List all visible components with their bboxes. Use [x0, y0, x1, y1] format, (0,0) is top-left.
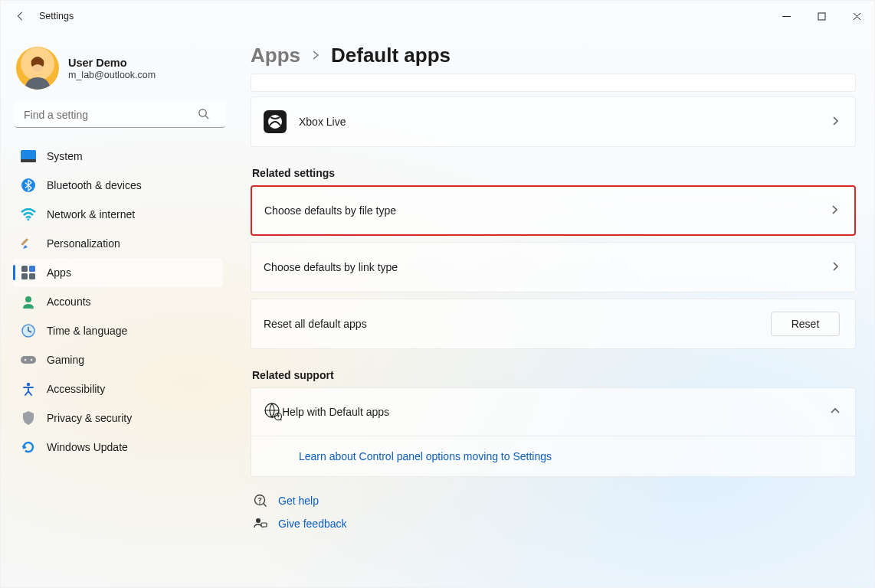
svg-rect-0: [818, 13, 825, 20]
update-icon: [21, 439, 36, 455]
svg-point-12: [25, 296, 31, 302]
nav-personalization[interactable]: Personalization: [13, 229, 223, 258]
svg-rect-24: [261, 523, 267, 527]
nav-windows-update[interactable]: Windows Update: [13, 433, 223, 462]
back-button[interactable]: [15, 10, 27, 22]
app-item-label: Xbox Live: [299, 116, 831, 128]
nav-list: System Bluetooth & devices Network & int…: [13, 142, 223, 462]
nav-label: Network & internet: [47, 208, 135, 220]
nav-label: Accessibility: [47, 383, 105, 395]
user-name: User Demo: [68, 57, 156, 69]
nav-label: Personalization: [47, 237, 120, 250]
nav-label: Bluetooth & devices: [47, 179, 142, 191]
chevron-right-icon: [831, 261, 840, 273]
help-icon: [254, 494, 267, 508]
svg-rect-3: [21, 150, 36, 161]
brush-icon: [21, 236, 36, 251]
system-icon: [21, 149, 36, 164]
user-block[interactable]: User Demo m_lab@outlook.com: [13, 41, 223, 99]
feedback-icon: [254, 517, 267, 531]
choose-defaults-by-link-type[interactable]: Choose defaults by link type: [251, 242, 856, 292]
nav-accessibility[interactable]: Accessibility: [13, 374, 223, 403]
chevron-up-icon: [831, 406, 840, 418]
apps-icon: [21, 265, 36, 280]
help-card: Help with Default apps Learn about Contr…: [251, 387, 856, 477]
nav-label: Windows Update: [47, 441, 128, 453]
xbox-icon: [264, 110, 287, 133]
title-bar: Settings: [1, 1, 874, 31]
content-pane: Apps Default apps Xbox Live Related sett…: [231, 31, 874, 587]
person-icon: [21, 294, 36, 309]
sidebar: User Demo m_lab@outlook.com System Bluet…: [1, 31, 231, 587]
nav-label: Privacy & security: [47, 412, 132, 424]
help-title: Help with Default apps: [282, 406, 831, 418]
nav-time-language[interactable]: Time & language: [13, 316, 223, 345]
nav-network[interactable]: Network & internet: [13, 200, 223, 229]
svg-rect-11: [29, 273, 35, 279]
svg-rect-7: [21, 238, 28, 246]
nav-system[interactable]: System: [13, 142, 223, 171]
svg-point-6: [28, 219, 30, 220]
bluetooth-icon: [21, 178, 36, 193]
wifi-icon: [21, 207, 36, 222]
footer-links: Get help Give feedback: [251, 494, 856, 531]
app-list-prev-item[interactable]: [251, 74, 856, 92]
breadcrumb-parent[interactable]: Apps: [251, 44, 300, 67]
avatar: [16, 47, 59, 90]
choose-defaults-by-file-type[interactable]: Choose defaults by file type: [251, 185, 856, 236]
globe-icon: [264, 402, 282, 423]
chevron-right-icon: [831, 116, 840, 128]
nav-label: System: [47, 150, 83, 162]
nav-label: Time & language: [47, 325, 127, 337]
svg-point-16: [31, 359, 32, 361]
give-feedback-label: Give feedback: [278, 518, 347, 530]
clock-icon: [21, 323, 36, 338]
card-label: Reset all default apps: [264, 318, 771, 330]
chevron-right-icon: [311, 50, 320, 62]
accessibility-icon: [21, 381, 36, 397]
search-input[interactable]: [15, 102, 225, 128]
svg-point-22: [259, 502, 261, 504]
get-help-label: Get help: [278, 495, 319, 507]
search-field[interactable]: [15, 102, 220, 128]
svg-point-17: [27, 383, 30, 386]
user-email: m_lab@outlook.com: [68, 70, 156, 80]
section-related-support: Related support: [252, 369, 856, 381]
nav-label: Apps: [47, 266, 71, 279]
app-item-xbox-live[interactable]: Xbox Live: [251, 96, 856, 147]
maximize-button[interactable]: [804, 1, 839, 31]
minimize-button[interactable]: [768, 1, 804, 31]
page-title: Default apps: [331, 44, 451, 67]
get-help-link[interactable]: Get help: [254, 494, 856, 508]
window-title: Settings: [39, 11, 74, 21]
nav-label: Accounts: [47, 296, 91, 308]
nav-apps[interactable]: Apps: [13, 258, 223, 287]
reset-default-apps-row: Reset all default apps Reset: [251, 299, 856, 349]
chevron-right-icon: [830, 204, 839, 217]
help-link-row: Learn about Control panel options moving…: [251, 436, 855, 476]
nav-gaming[interactable]: Gaming: [13, 345, 223, 374]
section-related-settings: Related settings: [252, 167, 856, 179]
shield-icon: [21, 410, 36, 426]
help-with-default-apps[interactable]: Help with Default apps: [251, 388, 855, 436]
card-label: Choose defaults by file type: [264, 204, 830, 217]
reset-button[interactable]: Reset: [771, 312, 840, 336]
svg-rect-14: [21, 356, 36, 364]
card-label: Choose defaults by link type: [264, 261, 831, 273]
svg-point-15: [25, 359, 26, 361]
close-button[interactable]: [839, 1, 874, 31]
nav-bluetooth[interactable]: Bluetooth & devices: [13, 171, 223, 200]
nav-accounts[interactable]: Accounts: [13, 287, 223, 316]
gamepad-icon: [21, 352, 36, 368]
nav-privacy[interactable]: Privacy & security: [13, 403, 223, 433]
breadcrumb: Apps Default apps: [251, 44, 856, 67]
svg-rect-10: [21, 273, 28, 279]
nav-label: Gaming: [47, 354, 84, 366]
svg-rect-4: [21, 159, 36, 162]
give-feedback-link[interactable]: Give feedback: [254, 517, 856, 531]
svg-point-23: [256, 518, 261, 523]
svg-rect-9: [29, 266, 35, 272]
learn-about-control-panel-link[interactable]: Learn about Control panel options moving…: [299, 450, 552, 462]
svg-rect-8: [21, 266, 28, 272]
